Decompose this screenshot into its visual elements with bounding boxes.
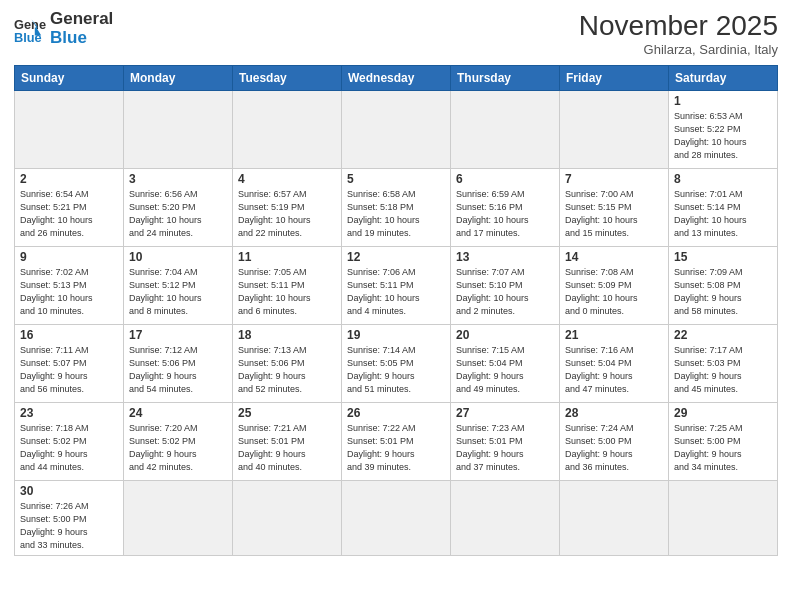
calendar-cell <box>124 91 233 169</box>
calendar-cell <box>560 91 669 169</box>
calendar-day-header-thursday: Thursday <box>451 66 560 91</box>
calendar-cell: 23Sunrise: 7:18 AM Sunset: 5:02 PM Dayli… <box>15 403 124 481</box>
day-info: Sunrise: 7:23 AM Sunset: 5:01 PM Dayligh… <box>456 422 554 474</box>
day-info: Sunrise: 6:59 AM Sunset: 5:16 PM Dayligh… <box>456 188 554 240</box>
day-number: 7 <box>565 172 663 186</box>
day-info: Sunrise: 7:05 AM Sunset: 5:11 PM Dayligh… <box>238 266 336 318</box>
calendar-cell: 2Sunrise: 6:54 AM Sunset: 5:21 PM Daylig… <box>15 169 124 247</box>
day-number: 13 <box>456 250 554 264</box>
day-info: Sunrise: 7:18 AM Sunset: 5:02 PM Dayligh… <box>20 422 118 474</box>
calendar-cell: 25Sunrise: 7:21 AM Sunset: 5:01 PM Dayli… <box>233 403 342 481</box>
day-info: Sunrise: 6:56 AM Sunset: 5:20 PM Dayligh… <box>129 188 227 240</box>
logo-general-text: General <box>50 10 113 29</box>
calendar-cell: 30Sunrise: 7:26 AM Sunset: 5:00 PM Dayli… <box>15 481 124 556</box>
day-info: Sunrise: 7:12 AM Sunset: 5:06 PM Dayligh… <box>129 344 227 396</box>
calendar-day-header-wednesday: Wednesday <box>342 66 451 91</box>
calendar-cell: 21Sunrise: 7:16 AM Sunset: 5:04 PM Dayli… <box>560 325 669 403</box>
calendar-cell: 1Sunrise: 6:53 AM Sunset: 5:22 PM Daylig… <box>669 91 778 169</box>
day-number: 30 <box>20 484 118 498</box>
day-number: 5 <box>347 172 445 186</box>
day-info: Sunrise: 6:57 AM Sunset: 5:19 PM Dayligh… <box>238 188 336 240</box>
calendar-cell <box>451 481 560 556</box>
calendar-cell: 13Sunrise: 7:07 AM Sunset: 5:10 PM Dayli… <box>451 247 560 325</box>
day-info: Sunrise: 7:04 AM Sunset: 5:12 PM Dayligh… <box>129 266 227 318</box>
day-number: 8 <box>674 172 772 186</box>
day-number: 28 <box>565 406 663 420</box>
day-info: Sunrise: 7:11 AM Sunset: 5:07 PM Dayligh… <box>20 344 118 396</box>
day-info: Sunrise: 6:58 AM Sunset: 5:18 PM Dayligh… <box>347 188 445 240</box>
calendar-cell: 28Sunrise: 7:24 AM Sunset: 5:00 PM Dayli… <box>560 403 669 481</box>
calendar-cell: 7Sunrise: 7:00 AM Sunset: 5:15 PM Daylig… <box>560 169 669 247</box>
day-info: Sunrise: 7:09 AM Sunset: 5:08 PM Dayligh… <box>674 266 772 318</box>
calendar-cell: 20Sunrise: 7:15 AM Sunset: 5:04 PM Dayli… <box>451 325 560 403</box>
day-number: 9 <box>20 250 118 264</box>
day-info: Sunrise: 7:20 AM Sunset: 5:02 PM Dayligh… <box>129 422 227 474</box>
calendar-cell: 15Sunrise: 7:09 AM Sunset: 5:08 PM Dayli… <box>669 247 778 325</box>
day-info: Sunrise: 7:17 AM Sunset: 5:03 PM Dayligh… <box>674 344 772 396</box>
calendar-day-header-monday: Monday <box>124 66 233 91</box>
calendar-cell <box>233 91 342 169</box>
day-number: 21 <box>565 328 663 342</box>
day-info: Sunrise: 7:24 AM Sunset: 5:00 PM Dayligh… <box>565 422 663 474</box>
calendar-cell: 18Sunrise: 7:13 AM Sunset: 5:06 PM Dayli… <box>233 325 342 403</box>
calendar-cell: 17Sunrise: 7:12 AM Sunset: 5:06 PM Dayli… <box>124 325 233 403</box>
calendar-cell: 12Sunrise: 7:06 AM Sunset: 5:11 PM Dayli… <box>342 247 451 325</box>
logo-icon: General Blue <box>14 13 46 45</box>
calendar-cell <box>124 481 233 556</box>
calendar-cell <box>15 91 124 169</box>
calendar-cell <box>342 481 451 556</box>
calendar-week-row: 30Sunrise: 7:26 AM Sunset: 5:00 PM Dayli… <box>15 481 778 556</box>
day-number: 23 <box>20 406 118 420</box>
calendar-cell: 22Sunrise: 7:17 AM Sunset: 5:03 PM Dayli… <box>669 325 778 403</box>
calendar-week-row: 9Sunrise: 7:02 AM Sunset: 5:13 PM Daylig… <box>15 247 778 325</box>
calendar-cell: 26Sunrise: 7:22 AM Sunset: 5:01 PM Dayli… <box>342 403 451 481</box>
day-info: Sunrise: 7:02 AM Sunset: 5:13 PM Dayligh… <box>20 266 118 318</box>
calendar-week-row: 2Sunrise: 6:54 AM Sunset: 5:21 PM Daylig… <box>15 169 778 247</box>
day-info: Sunrise: 7:13 AM Sunset: 5:06 PM Dayligh… <box>238 344 336 396</box>
day-number: 17 <box>129 328 227 342</box>
calendar-cell <box>451 91 560 169</box>
calendar-cell: 14Sunrise: 7:08 AM Sunset: 5:09 PM Dayli… <box>560 247 669 325</box>
day-number: 10 <box>129 250 227 264</box>
day-number: 18 <box>238 328 336 342</box>
day-info: Sunrise: 7:00 AM Sunset: 5:15 PM Dayligh… <box>565 188 663 240</box>
calendar-day-header-tuesday: Tuesday <box>233 66 342 91</box>
day-info: Sunrise: 7:25 AM Sunset: 5:00 PM Dayligh… <box>674 422 772 474</box>
calendar-cell: 11Sunrise: 7:05 AM Sunset: 5:11 PM Dayli… <box>233 247 342 325</box>
calendar-cell: 27Sunrise: 7:23 AM Sunset: 5:01 PM Dayli… <box>451 403 560 481</box>
location-subtitle: Ghilarza, Sardinia, Italy <box>579 42 778 57</box>
day-info: Sunrise: 6:54 AM Sunset: 5:21 PM Dayligh… <box>20 188 118 240</box>
calendar-cell: 19Sunrise: 7:14 AM Sunset: 5:05 PM Dayli… <box>342 325 451 403</box>
calendar-cell: 4Sunrise: 6:57 AM Sunset: 5:19 PM Daylig… <box>233 169 342 247</box>
day-number: 16 <box>20 328 118 342</box>
day-number: 25 <box>238 406 336 420</box>
day-number: 1 <box>674 94 772 108</box>
calendar-cell <box>669 481 778 556</box>
logo-blue-text: Blue <box>50 29 113 48</box>
calendar-header-row: SundayMondayTuesdayWednesdayThursdayFrid… <box>15 66 778 91</box>
calendar-cell <box>233 481 342 556</box>
calendar-cell: 6Sunrise: 6:59 AM Sunset: 5:16 PM Daylig… <box>451 169 560 247</box>
calendar-day-header-friday: Friday <box>560 66 669 91</box>
calendar-week-row: 23Sunrise: 7:18 AM Sunset: 5:02 PM Dayli… <box>15 403 778 481</box>
day-number: 3 <box>129 172 227 186</box>
day-number: 20 <box>456 328 554 342</box>
day-info: Sunrise: 7:01 AM Sunset: 5:14 PM Dayligh… <box>674 188 772 240</box>
page: General Blue General Blue November 2025 … <box>0 0 792 612</box>
day-number: 19 <box>347 328 445 342</box>
day-number: 14 <box>565 250 663 264</box>
day-info: Sunrise: 7:15 AM Sunset: 5:04 PM Dayligh… <box>456 344 554 396</box>
calendar-cell: 29Sunrise: 7:25 AM Sunset: 5:00 PM Dayli… <box>669 403 778 481</box>
day-info: Sunrise: 7:21 AM Sunset: 5:01 PM Dayligh… <box>238 422 336 474</box>
day-info: Sunrise: 7:16 AM Sunset: 5:04 PM Dayligh… <box>565 344 663 396</box>
day-number: 22 <box>674 328 772 342</box>
day-info: Sunrise: 7:06 AM Sunset: 5:11 PM Dayligh… <box>347 266 445 318</box>
day-info: Sunrise: 7:08 AM Sunset: 5:09 PM Dayligh… <box>565 266 663 318</box>
day-number: 6 <box>456 172 554 186</box>
day-number: 24 <box>129 406 227 420</box>
day-number: 12 <box>347 250 445 264</box>
day-info: Sunrise: 7:22 AM Sunset: 5:01 PM Dayligh… <box>347 422 445 474</box>
calendar-cell <box>342 91 451 169</box>
calendar-week-row: 16Sunrise: 7:11 AM Sunset: 5:07 PM Dayli… <box>15 325 778 403</box>
month-title: November 2025 <box>579 10 778 42</box>
